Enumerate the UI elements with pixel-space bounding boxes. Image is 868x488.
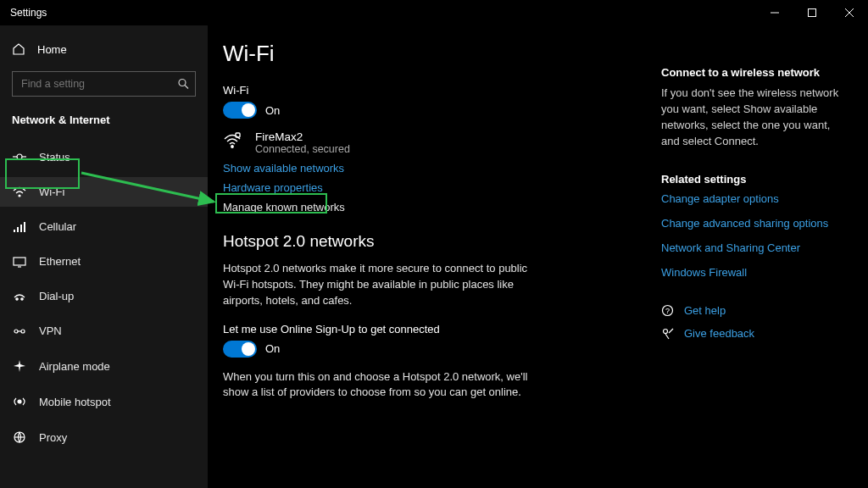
sidebar-item-label: Proxy <box>39 431 67 444</box>
svg-point-28 <box>664 330 668 334</box>
svg-point-4 <box>179 80 186 86</box>
svg-rect-13 <box>24 222 25 232</box>
right-column: Connect to a wireless network If you don… <box>661 41 848 488</box>
related-link-firewall[interactable]: Windows Firewall <box>661 266 848 279</box>
connect-text: If you don't see the wireless network yo… <box>661 86 848 149</box>
show-available-networks-link[interactable]: Show available networks <box>223 162 661 175</box>
wifi-toggle-state: On <box>265 104 280 117</box>
sidebar-item-label: Wi-Fi <box>39 186 64 198</box>
related-link-sharing[interactable]: Change advanced sharing options <box>661 217 848 230</box>
manage-known-networks-link[interactable]: Manage known networks <box>223 201 661 214</box>
sidebar-item-dialup[interactable]: Dial-up <box>0 281 208 311</box>
wifi-secured-icon <box>223 130 245 149</box>
svg-rect-12 <box>20 225 22 232</box>
svg-text:?: ? <box>665 307 670 315</box>
minimize-button[interactable] <box>756 0 793 25</box>
airplane-icon <box>12 359 27 373</box>
svg-rect-10 <box>14 230 15 232</box>
status-icon <box>12 150 27 164</box>
search-input[interactable] <box>12 71 196 97</box>
svg-point-6 <box>17 154 22 159</box>
wifi-toggle[interactable] <box>223 102 257 119</box>
cellular-icon <box>12 221 27 233</box>
sidebar-item-proxy[interactable]: Proxy <box>0 422 208 452</box>
hardware-properties-link[interactable]: Hardware properties <box>223 181 661 194</box>
home-label: Home <box>37 43 67 56</box>
sidebar-item-label: VPN <box>39 324 62 337</box>
feedback-icon <box>661 327 674 340</box>
get-help-link[interactable]: ? Get help <box>661 304 848 317</box>
wifi-icon <box>12 186 27 198</box>
svg-point-18 <box>14 330 18 333</box>
sidebar-item-ethernet[interactable]: Ethernet <box>0 247 208 276</box>
home-button[interactable]: Home <box>0 37 208 63</box>
svg-line-5 <box>185 86 188 89</box>
svg-rect-11 <box>17 227 19 232</box>
svg-rect-14 <box>14 258 25 265</box>
sidebar-item-status[interactable]: Status <box>0 141 208 172</box>
hotspot-description: Hotspot 2.0 networks make it more secure… <box>223 261 528 309</box>
signup-toggle[interactable] <box>223 341 257 358</box>
svg-point-17 <box>21 297 23 299</box>
sidebar-item-cellular[interactable]: Cellular <box>0 212 208 241</box>
related-link-network-center[interactable]: Network and Sharing Center <box>661 241 848 254</box>
sidebar-item-label: Mobile hotspot <box>39 396 111 408</box>
network-name: FireMax2 <box>255 130 350 143</box>
current-network[interactable]: FireMax2 Connected, secured <box>223 130 661 155</box>
dialup-icon <box>12 291 27 302</box>
help-icon: ? <box>661 304 674 317</box>
related-link-adapter[interactable]: Change adapter options <box>661 192 848 205</box>
category-label: Network & Internet <box>0 110 208 136</box>
svg-point-21 <box>18 400 21 403</box>
window-title: Settings <box>10 7 47 19</box>
vpn-icon <box>12 325 27 337</box>
sidebar-item-hotspot[interactable]: Mobile hotspot <box>0 386 208 417</box>
network-status: Connected, secured <box>255 143 350 155</box>
svg-point-19 <box>21 330 25 333</box>
page-title: Wi-Fi <box>223 41 661 67</box>
sidebar-item-label: Airplane mode <box>39 360 110 373</box>
sidebar-item-label: Dial-up <box>39 290 74 302</box>
signup-description: When you turn this on and choose a Hotsp… <box>223 369 528 402</box>
titlebar: Settings <box>0 0 868 25</box>
ethernet-icon <box>12 256 27 268</box>
hotspot-icon <box>12 395 27 408</box>
sidebar-item-label: Status <box>39 151 70 164</box>
proxy-icon <box>12 430 27 444</box>
close-button[interactable] <box>831 0 868 25</box>
sidebar-item-vpn[interactable]: VPN <box>0 316 208 346</box>
sidebar: Home Network & Internet Status Wi-Fi <box>0 25 208 488</box>
related-heading: Related settings <box>661 173 848 186</box>
wifi-label: Wi-Fi <box>223 84 661 97</box>
svg-rect-1 <box>809 9 816 17</box>
sidebar-item-label: Ethernet <box>39 255 81 268</box>
sidebar-item-label: Cellular <box>39 220 76 233</box>
svg-point-9 <box>19 195 20 197</box>
connect-heading: Connect to a wireless network <box>661 66 848 79</box>
signup-label: Let me use Online Sign-Up to get connect… <box>223 323 661 336</box>
content-area: Wi-Fi Wi-Fi On FireMax2 Conne <box>223 41 661 488</box>
feedback-link[interactable]: Give feedback <box>661 327 848 340</box>
svg-point-16 <box>16 297 18 299</box>
maximize-button[interactable] <box>793 0 831 25</box>
sidebar-item-wifi[interactable]: Wi-Fi <box>0 177 208 207</box>
sidebar-item-airplane[interactable]: Airplane mode <box>0 351 208 381</box>
get-help-label: Get help <box>684 304 726 317</box>
feedback-label: Give feedback <box>684 327 754 340</box>
hotspot-heading: Hotspot 2.0 networks <box>223 232 661 251</box>
search-icon <box>178 79 189 90</box>
svg-point-24 <box>231 146 233 147</box>
signup-toggle-state: On <box>265 342 280 355</box>
home-icon <box>12 42 25 56</box>
